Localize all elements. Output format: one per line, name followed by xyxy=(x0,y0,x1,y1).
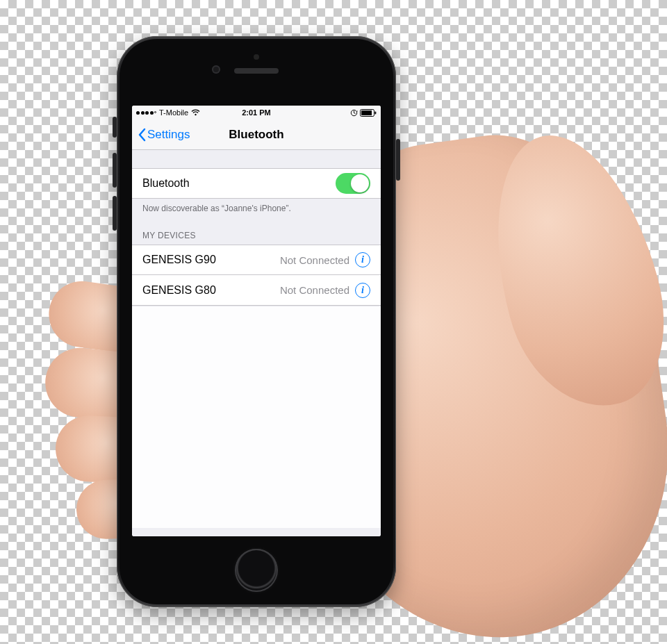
status-bar: T-Mobile 2:01 PM xyxy=(132,106,381,119)
hand-thumb xyxy=(467,117,667,424)
front-camera xyxy=(212,65,220,74)
discoverable-note: Now discoverable as “Joanne's iPhone”. xyxy=(132,199,381,218)
device-row[interactable]: GENESIS G90 Not Connected i xyxy=(132,245,381,275)
clock: 2:01 PM xyxy=(132,108,381,117)
screen: T-Mobile 2:01 PM xyxy=(132,106,381,536)
device-row[interactable]: GENESIS G80 Not Connected i xyxy=(132,275,381,306)
proximity-sensor xyxy=(254,54,259,60)
home-button[interactable] xyxy=(235,549,278,592)
page-title: Bluetooth xyxy=(132,128,381,142)
device-status: Not Connected xyxy=(280,284,349,296)
info-icon[interactable]: i xyxy=(355,252,370,267)
phone-body: T-Mobile 2:01 PM xyxy=(120,39,393,604)
empty-area xyxy=(132,306,381,528)
earpiece-speaker xyxy=(234,68,279,74)
toggle-knob xyxy=(351,174,369,192)
bluetooth-toggle-row[interactable]: Bluetooth xyxy=(132,168,381,199)
bluetooth-toggle-label: Bluetooth xyxy=(142,177,336,190)
device-name: GENESIS G90 xyxy=(142,254,280,266)
info-icon[interactable]: i xyxy=(355,283,370,298)
device-status: Not Connected xyxy=(280,254,349,266)
device-name: GENESIS G80 xyxy=(142,284,280,297)
phone-frame: T-Mobile 2:01 PM xyxy=(117,36,396,607)
my-devices-header: MY DEVICES xyxy=(132,218,381,245)
power-button[interactable] xyxy=(396,139,400,181)
settings-content[interactable]: Bluetooth Now discoverable as “Joanne's … xyxy=(132,150,381,536)
bluetooth-toggle[interactable] xyxy=(336,173,370,194)
navigation-bar: Settings Bluetooth xyxy=(132,119,381,150)
